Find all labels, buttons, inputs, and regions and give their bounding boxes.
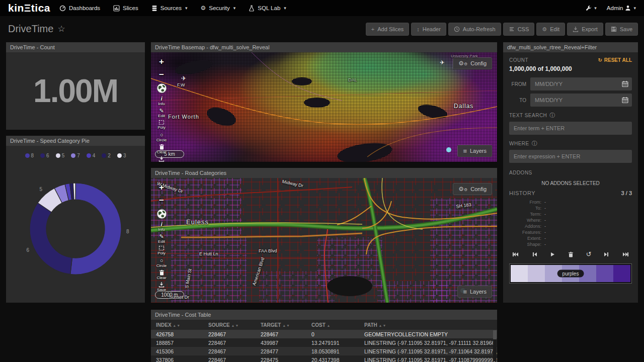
- layers-button[interactable]: ≡Layers: [457, 145, 492, 157]
- edit-tool[interactable]: ✎Edit: [158, 233, 165, 245]
- zoom-in-button[interactable]: +: [159, 55, 164, 68]
- col-cost[interactable]: COST ▲: [306, 320, 359, 330]
- pencil-icon: ✎: [159, 233, 164, 239]
- clear-tool[interactable]: Clear: [156, 269, 166, 282]
- step-back-button[interactable]: [531, 251, 537, 257]
- slice-label: 8: [126, 229, 129, 234]
- save-tool[interactable]: Save: [157, 156, 166, 162]
- pie-slice-8[interactable]: [70, 183, 121, 275]
- legend-item-4[interactable]: 4: [87, 153, 96, 158]
- layers-button[interactable]: ≡Layers: [457, 286, 492, 298]
- speed-category-donut[interactable]: 865: [6, 158, 145, 294]
- skip-end-button[interactable]: [622, 251, 629, 257]
- zoom-out-button[interactable]: −: [159, 194, 164, 207]
- clear-tool[interactable]: Clear: [156, 144, 166, 156]
- info-tool[interactable]: iInfo: [158, 221, 165, 233]
- table-row[interactable]: 18885722846743998713.2479191LINESTRING (…: [151, 338, 497, 347]
- tools-menu[interactable]: ▾: [585, 5, 597, 12]
- history-field-label: Term:: [509, 211, 544, 217]
- map-point-marker: [446, 147, 451, 152]
- config-button[interactable]: ⚙⚙Config: [453, 183, 492, 195]
- palette-swatch[interactable]: [511, 265, 528, 282]
- nav-dashboards[interactable]: Dashboards: [59, 5, 100, 12]
- delete-history-button[interactable]: [568, 251, 574, 257]
- col-source[interactable]: SOURCE ▲▼: [203, 320, 256, 330]
- button-label: Config: [470, 186, 487, 192]
- pie-slice-6[interactable]: [30, 203, 72, 274]
- config-button[interactable]: ⚙⚙Config: [453, 57, 492, 69]
- scrollbar-thumb[interactable]: [493, 330, 497, 339]
- legend-item-8[interactable]: 8: [25, 153, 34, 158]
- poly-tool[interactable]: Poly: [157, 120, 166, 132]
- zoom-in-button[interactable]: +: [159, 181, 164, 194]
- table-row[interactable]: 4267582284672284670GEOMETRYCOLLECTION EM…: [151, 330, 497, 338]
- circle-tool[interactable]: ○Circle: [156, 132, 167, 144]
- palette-swatch[interactable]: [528, 265, 545, 282]
- css-button[interactable]: CSS: [503, 23, 535, 36]
- save-tool[interactable]: Save: [157, 282, 166, 294]
- nav-slices[interactable]: Slices: [113, 5, 138, 12]
- history-field: Features:-: [509, 229, 632, 235]
- table-scrollbar[interactable]: [493, 330, 497, 361]
- table-cell: 228467: [203, 338, 256, 347]
- basemap-canvas[interactable]: ✈ ✈ + − iInfo ✎Edit Poly ○Circle Clear S…: [151, 52, 497, 162]
- nav-menu: Dashboards Slices Sources ▾ ⚙ Security ▾…: [59, 5, 286, 12]
- legend-item-5[interactable]: 5: [56, 153, 65, 158]
- palette-name-pill[interactable]: purples: [557, 270, 584, 278]
- nav-sources[interactable]: Sources ▾: [151, 5, 188, 12]
- airport-plane-icon: ✈: [181, 75, 186, 82]
- color-palette-strip[interactable]: purples: [509, 263, 632, 284]
- legend-item-6[interactable]: 6: [40, 153, 49, 158]
- table-row[interactable]: 33780622846722847520.4317398LINESTRING (…: [151, 355, 497, 362]
- undo-button[interactable]: ↺: [586, 251, 592, 257]
- legend-item-7[interactable]: 7: [71, 153, 80, 158]
- step-forward-button[interactable]: [604, 251, 610, 257]
- info-tool[interactable]: iInfo: [158, 96, 165, 108]
- col-path[interactable]: PATH ▲▼: [359, 320, 497, 330]
- add-slices-button[interactable]: +Add Slices: [366, 23, 409, 36]
- to-date-input[interactable]: [530, 94, 632, 107]
- tool-label: Info: [158, 102, 165, 106]
- globe-icon[interactable]: [156, 83, 167, 94]
- reset-all-button[interactable]: ↻RESET ALL: [598, 57, 632, 63]
- where-input[interactable]: [509, 150, 632, 163]
- nav-sql-lab[interactable]: SQL Lab ▾: [249, 5, 286, 12]
- table-row[interactable]: 41530622846722847718.0530891LINESTRING (…: [151, 347, 497, 355]
- edit-tool[interactable]: ✎Edit: [158, 108, 165, 120]
- logo-text: kin: [8, 2, 24, 14]
- poly-tool[interactable]: Poly: [157, 245, 166, 257]
- palette-swatch[interactable]: [596, 265, 613, 282]
- dashed-square-icon: [158, 120, 165, 125]
- info-circle-icon[interactable]: ⓘ: [532, 140, 537, 147]
- save-button[interactable]: Save: [605, 23, 638, 36]
- globe-icon[interactable]: [156, 209, 167, 219]
- col-index[interactable]: INDEX ▲▼: [151, 320, 203, 330]
- button-label: Export: [582, 26, 598, 32]
- play-button[interactable]: [549, 251, 555, 257]
- tool-label: Clear: [156, 276, 166, 280]
- palette-swatch[interactable]: [613, 265, 630, 282]
- edit-button[interactable]: ⚙Edit: [536, 23, 565, 36]
- to-label: TO: [509, 98, 530, 103]
- info-circle-icon[interactable]: ⓘ: [549, 112, 555, 119]
- from-date-input[interactable]: [530, 77, 632, 90]
- nav-security[interactable]: ⚙ Security ▾: [200, 5, 235, 12]
- text-search-input[interactable]: [509, 122, 632, 135]
- kinetica-logo[interactable]: kinΞtica: [0, 2, 59, 14]
- calendar-icon[interactable]: [622, 97, 628, 104]
- zoom-out-button[interactable]: −: [159, 68, 164, 81]
- legend-item-3[interactable]: 3: [117, 153, 126, 158]
- legend-item-2[interactable]: 2: [102, 153, 111, 158]
- header-button[interactable]: ↕Header: [411, 23, 446, 36]
- auto-refresh-button[interactable]: Auto-Refresh: [448, 23, 501, 36]
- skip-start-button[interactable]: [512, 251, 519, 257]
- calendar-icon[interactable]: [622, 80, 628, 87]
- circle-tool[interactable]: ○Circle: [156, 257, 167, 269]
- roads-map-canvas[interactable]: + − iInfo ✎Edit Poly ○Circle Clear Save …: [151, 178, 497, 303]
- gear-icon: ⚙: [542, 27, 547, 32]
- col-target[interactable]: TARGET ▲▼: [256, 320, 306, 330]
- export-button[interactable]: Export: [567, 23, 603, 36]
- favorite-star-icon[interactable]: ☆: [57, 24, 65, 34]
- admin-menu[interactable]: Admin ▾: [607, 5, 636, 11]
- gears-icon: ⚙⚙: [458, 186, 467, 193]
